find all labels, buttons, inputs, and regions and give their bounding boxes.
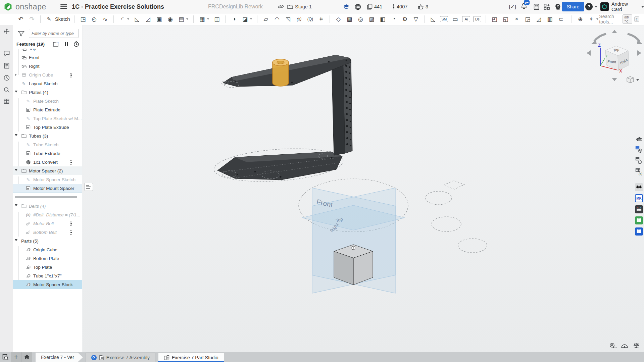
- feature-row-plate-extrude[interactable]: Plate Extrude: [13, 105, 82, 114]
- search-panel-button[interactable]: [3, 86, 10, 94]
- ai-advisor-tool[interactable]: Ai: [462, 16, 470, 22]
- custom-feature-a-tool[interactable]: ▩: [345, 15, 353, 23]
- protractor-icon[interactable]: [621, 342, 628, 349]
- feature-row-motor-belt[interactable]: Motor Belt: [13, 219, 82, 228]
- filter-feature-tool[interactable]: ▽: [412, 15, 420, 23]
- tape-measure-icon[interactable]: [609, 342, 616, 349]
- feature-row-belt-distance-variable[interactable]: (x) #Belt_Distance = (7/1...: [13, 210, 82, 219]
- edu-plan-icon[interactable]: [343, 0, 350, 13]
- tab-part-studio[interactable]: Exercise 7 Part Studio: [158, 353, 224, 362]
- variable-tool[interactable]: (x): [295, 15, 303, 23]
- mirror-tool[interactable]: ◫: [213, 15, 221, 23]
- sm-tab-tool[interactable]: ◲: [524, 15, 532, 23]
- shell-tool[interactable]: ▣: [155, 15, 163, 23]
- pattern-tool[interactable]: ▦: [198, 15, 206, 23]
- versions-history-panel-button[interactable]: [3, 74, 10, 82]
- collapse-icon[interactable]: [15, 169, 17, 171]
- copies-stat[interactable]: 441: [367, 0, 382, 13]
- new-folder-icon[interactable]: [53, 42, 59, 47]
- onshape-logo-icon[interactable]: [3, 0, 13, 13]
- feature-row-right-plane[interactable]: Right: [13, 62, 82, 70]
- part-row-motor-spacer-block[interactable]: Motor Spacer Block: [13, 280, 82, 289]
- sm-hem-tool[interactable]: ⊂: [557, 15, 565, 23]
- feature-row-layout-sketch[interactable]: ✎ Layout Sketch: [13, 79, 82, 88]
- split-tool[interactable]: ◪: [241, 15, 249, 23]
- collapse-icon[interactable]: [15, 91, 17, 93]
- move-panel-button[interactable]: [3, 28, 10, 35]
- sm-corner-tool[interactable]: ◱: [501, 15, 509, 23]
- sketch-button-icon[interactable]: ✎: [45, 15, 53, 23]
- pattern-caret-icon[interactable]: [206, 15, 210, 23]
- chamfer-tool[interactable]: ◺: [133, 15, 141, 23]
- feature-row-front-plane[interactable]: Front: [13, 53, 82, 62]
- link-icon[interactable]: [278, 0, 284, 13]
- cut-list-panel-icon[interactable]: [635, 146, 643, 154]
- app-green-book-icon[interactable]: [635, 216, 643, 224]
- sheet-metal-tool[interactable]: SM: [440, 16, 448, 22]
- part-row-bottom-plate[interactable]: Bottom Plate: [13, 254, 82, 263]
- design-studio-tool[interactable]: Ds: [473, 16, 481, 22]
- feature-row-top-plane[interactable]: Top: [13, 49, 82, 53]
- pins-stat[interactable]: 4007: [392, 0, 407, 13]
- notifications-button[interactable]: 9+: [521, 0, 527, 13]
- feature-row-motor-mount-spacer[interactable]: Motor Mount Spacer: [13, 184, 82, 193]
- feature-row-top-plate-sketch[interactable]: ✎ Top Plate Sketch w/ M...: [13, 114, 82, 123]
- sketch-button-label[interactable]: Sketch: [55, 16, 70, 22]
- properties-panel-button[interactable]: [3, 62, 10, 69]
- rollback-clock-icon[interactable]: [73, 41, 79, 47]
- suspend-rollback-icon[interactable]: [64, 42, 68, 47]
- project-curve-tool[interactable]: ◹: [284, 15, 292, 23]
- sm-table-tool[interactable]: ▭: [451, 15, 459, 23]
- plane-tool[interactable]: ▱: [262, 15, 270, 23]
- configurations-panel-icon[interactable]: [635, 157, 643, 165]
- sm-flange-tool[interactable]: ◺: [429, 15, 437, 23]
- move-face-tool[interactable]: ▤: [177, 15, 185, 23]
- public-globe-icon[interactable]: [355, 0, 361, 13]
- app-mk-icon[interactable]: MK: [635, 194, 643, 202]
- home-tab-button[interactable]: [21, 352, 32, 362]
- feature-row-motor-spacer-folder[interactable]: Motor Spacer (2): [13, 166, 82, 175]
- redo-button[interactable]: ↷: [28, 15, 36, 23]
- help-menu[interactable]: ?: [585, 0, 597, 13]
- torus-tool[interactable]: ◔: [390, 15, 398, 23]
- part-row-tube[interactable]: Tube 1"x1"x7": [13, 271, 82, 280]
- draft-tool[interactable]: ◿: [144, 15, 152, 23]
- view-cube-widget[interactable]: Top Front Right Z X Y: [581, 29, 644, 86]
- fillet-tool[interactable]: ◜: [118, 15, 126, 23]
- part-row-origin-cube[interactable]: Origin Cube: [13, 245, 82, 254]
- workspace-name[interactable]: FRCDesignLib Rework: [208, 0, 263, 13]
- feature-script-icon[interactable]: {✓}: [509, 0, 516, 13]
- display-states-caret-icon[interactable]: [596, 15, 599, 23]
- app-butterfly-icon[interactable]: [635, 183, 643, 191]
- extrude-tool[interactable]: ◳: [79, 15, 87, 23]
- curve-tool[interactable]: ◠: [273, 15, 281, 23]
- app-blue-book-icon[interactable]: [635, 227, 643, 236]
- boolean-tool[interactable]: ◑: [230, 15, 238, 23]
- context-dots-icon[interactable]: [70, 160, 71, 165]
- feature-row-top-plate-extrude[interactable]: Top Plate Extrude: [13, 123, 82, 132]
- variables-table-panel-icon[interactable]: (x): [635, 168, 643, 176]
- graphics-viewport[interactable]: Front Top Right: [83, 25, 644, 352]
- undo-button[interactable]: ↶: [17, 15, 25, 23]
- feature-row-1x1-convert[interactable]: 1x1 Convert: [13, 158, 82, 166]
- feature-row-belts-folder[interactable]: Belts (4): [13, 202, 82, 210]
- lookup-tool[interactable]: (Q): [306, 15, 314, 23]
- comments-panel-button[interactable]: [3, 50, 10, 57]
- parts-section-header[interactable]: Parts (5): [13, 237, 82, 245]
- feature-row-plates-folder[interactable]: Plates (4): [13, 88, 82, 97]
- part-row-top-plate[interactable]: Top Plate: [13, 263, 82, 271]
- search-tabs-button[interactable]: [0, 352, 11, 362]
- sm-bend-tool[interactable]: ◿: [535, 15, 543, 23]
- mass-properties-icon[interactable]: [633, 342, 640, 349]
- gear-tool[interactable]: ⚙: [401, 15, 409, 23]
- feature-dialog-list-button[interactable]: [84, 183, 93, 191]
- folder-breadcrumb[interactable]: Stage 1: [287, 0, 312, 13]
- view-cube[interactable]: Top Front Right: [605, 46, 629, 70]
- custom-tables-panel-button[interactable]: [3, 97, 10, 105]
- filter-icon[interactable]: [18, 31, 24, 37]
- sweep-tool[interactable]: ∿: [101, 15, 109, 23]
- sm-flat-tool[interactable]: ▥: [546, 15, 554, 23]
- app-robot-icon[interactable]: [635, 205, 643, 213]
- collapse-icon[interactable]: [15, 204, 17, 206]
- rollback-bar[interactable]: [15, 196, 77, 198]
